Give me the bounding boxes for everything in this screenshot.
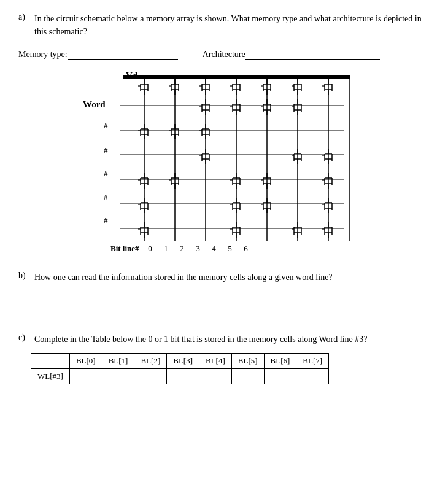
- architecture-label: Architecture: [203, 50, 245, 60]
- cell-6[interactable]: [264, 369, 296, 384]
- bl-6: 6: [238, 244, 254, 254]
- bit-line-labels: Bit line# 0 1 2 3 4 5 6: [110, 244, 254, 254]
- circuit-svg: [110, 66, 368, 256]
- bl-4: 4: [206, 244, 222, 254]
- question-c: c) Complete in the Table below the 0 or …: [18, 333, 430, 384]
- hash-2: #: [104, 146, 108, 155]
- bl-0: 0: [142, 244, 158, 254]
- col-bl4: BL[4]: [199, 354, 232, 369]
- hash-4: #: [104, 192, 108, 202]
- bl-5: 5: [222, 244, 238, 254]
- col-bl0: BL[0]: [69, 354, 102, 369]
- cell-5[interactable]: [231, 369, 264, 384]
- question-c-letter: c): [18, 333, 29, 343]
- question-b-text: How one can read the information stored …: [34, 271, 430, 284]
- col-bl6: BL[6]: [264, 354, 296, 369]
- question-b-letter: b): [18, 271, 29, 281]
- col-bl3: BL[3]: [167, 354, 199, 369]
- col-bl7: BL[7]: [296, 354, 329, 369]
- question-a-letter: a): [18, 12, 29, 22]
- bl-3: 3: [190, 244, 206, 254]
- bit-line-label: Bit line#: [110, 244, 139, 254]
- col-bl5: BL[5]: [231, 354, 264, 369]
- memory-type-blank[interactable]: [68, 49, 178, 60]
- cell-2[interactable]: [134, 369, 167, 384]
- question-a: a) In the circuit schematic below a memo…: [18, 12, 430, 38]
- memory-table-wrapper: BL[0] BL[1] BL[2] BL[3] BL[4] BL[5] BL[6…: [31, 353, 430, 384]
- memory-table: BL[0] BL[1] BL[2] BL[3] BL[4] BL[5] BL[6…: [31, 353, 329, 384]
- hash-5: #: [104, 216, 108, 225]
- col-bl1: BL[1]: [102, 354, 134, 369]
- word-label: Word: [83, 99, 106, 110]
- cell-4[interactable]: [199, 369, 232, 384]
- svg-rect-0: [123, 75, 350, 79]
- cell-0[interactable]: [69, 369, 102, 384]
- circuit-area: Vd Word # # # # #: [18, 66, 430, 262]
- memory-type-label: Memory type:: [18, 50, 68, 60]
- table-data-row: WL[#3]: [31, 369, 329, 384]
- wl-label: WL[#3]: [31, 369, 70, 384]
- bl-2: 2: [174, 244, 190, 254]
- architecture-blank[interactable]: [245, 49, 380, 60]
- question-c-text: Complete in the Table below the 0 or 1 b…: [34, 333, 430, 346]
- question-b: b) How one can read the information stor…: [18, 271, 430, 284]
- hash-1: #: [104, 121, 108, 131]
- col-bl2: BL[2]: [134, 354, 167, 369]
- hash-3: #: [104, 169, 108, 179]
- col-empty: [31, 354, 70, 369]
- bl-1: 1: [158, 244, 174, 254]
- cell-3[interactable]: [167, 369, 199, 384]
- question-a-text: In the circuit schematic below a memory …: [34, 12, 430, 38]
- table-header-row: BL[0] BL[1] BL[2] BL[3] BL[4] BL[5] BL[6…: [31, 354, 329, 369]
- fill-in-row: Memory type: Architecture: [18, 49, 430, 60]
- cell-1[interactable]: [102, 369, 134, 384]
- cell-7[interactable]: [296, 369, 329, 384]
